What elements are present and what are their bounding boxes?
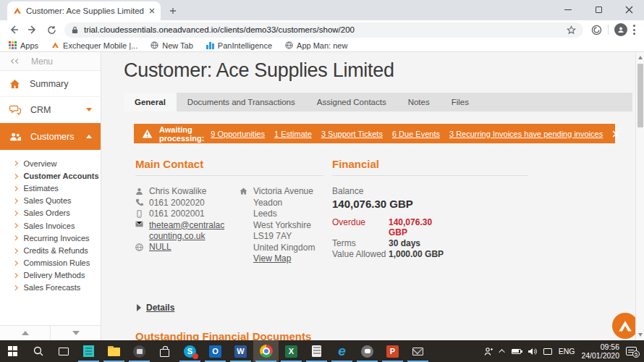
taskbar-word[interactable] [228, 340, 253, 362]
taskbar-calculator[interactable] [304, 340, 329, 362]
task-view-button[interactable] [51, 340, 76, 362]
window-restore-button[interactable] [583, 0, 614, 20]
globe-icon [151, 41, 158, 49]
taskbar-chat-app[interactable] [355, 340, 380, 362]
search-button[interactable] [25, 340, 51, 362]
alert-link-opportunities[interactable]: 9 Opportunities [211, 130, 265, 138]
details-expander[interactable]: Details [137, 303, 644, 313]
advanced-assistant-button[interactable] [612, 313, 638, 339]
bookmark-panintelligence[interactable]: PanIntelligence [206, 41, 272, 50]
sidebar-scroll-up-button[interactable] [0, 326, 51, 340]
alert-link-support-tickets[interactable]: 3 Support Tickets [321, 130, 383, 138]
page-scrollbar[interactable] [635, 52, 644, 340]
sidebar-subitem-estimates[interactable]: Estimates [0, 182, 101, 194]
address-line: Victoria Avenue [253, 186, 315, 197]
bookmark-new-tab[interactable]: New Tab [151, 41, 193, 50]
sidebar-subitem-sales-orders[interactable]: Sales Orders [0, 207, 101, 219]
subitem-label: Customer Accounts [24, 172, 99, 180]
sidebar-item-label: Summary [30, 79, 68, 89]
taskbar-photos[interactable] [127, 340, 152, 362]
page-title: Customer: Ace Supplies Limited [124, 59, 644, 82]
chevron-right-icon [13, 285, 17, 290]
chat-app-icon [361, 345, 373, 358]
sidebar-collapse-header[interactable]: Menu [0, 52, 101, 71]
address-line: United Kingdom [253, 243, 315, 253]
tab-assigned-contacts[interactable]: Assigned Contacts [306, 93, 397, 111]
scroll-up-icon[interactable] [638, 56, 643, 59]
browser-tab[interactable]: Customer: Ace Supplies Limited [7, 1, 161, 20]
contact-email-link[interactable]: theteam@centralaccounting.co.uk [149, 220, 228, 242]
sidebar-subitem-delivery-methods[interactable]: Delivery Methods [0, 269, 101, 282]
bookmark-apps[interactable]: Apps [9, 41, 38, 50]
volume-icon[interactable] [528, 348, 537, 355]
tab-documents-transactions[interactable]: Documents and Transactions [177, 93, 306, 111]
forward-button[interactable] [23, 21, 42, 38]
bookmark-exchequer[interactable]: Exchequer Mobile |... [51, 41, 137, 50]
sidebar-subitem-sales-forecasts[interactable]: Sales Forecasts [0, 282, 101, 294]
start-button[interactable] [0, 340, 25, 362]
taskbar-clock[interactable]: 09:56 24/01/2020 [581, 342, 619, 360]
sidebar-item-crm[interactable]: CRM [0, 97, 101, 123]
taskbar-edge[interactable] [329, 340, 355, 362]
detail-sections: Main Contact Chris Kowalike [135, 158, 644, 264]
back-button[interactable] [4, 21, 23, 38]
reload-button[interactable] [42, 21, 61, 38]
excel-icon [285, 345, 297, 358]
sidebar-subitem-commission-rules[interactable]: Commission Rules [0, 257, 101, 269]
skype-icon [184, 345, 196, 358]
sidebar-subitem-customer-accounts[interactable]: Customer Accounts [0, 169, 101, 182]
scrollbar-thumb[interactable] [637, 64, 643, 127]
taskbar-skype[interactable] [177, 340, 203, 362]
taskbar-excel[interactable] [279, 340, 304, 362]
bookmark-star-icon[interactable] [567, 25, 576, 35]
network-icon[interactable] [543, 348, 552, 355]
address-bar[interactable]: trial.cloudessentials.oneadvanced.io/cli… [64, 22, 583, 38]
alert-link-recurring-invoices[interactable]: 3 Recurring Invoices have pending invoic… [449, 130, 603, 138]
alert-link-due-events[interactable]: 6 Due Events [392, 130, 440, 138]
tab-general[interactable]: General [124, 93, 177, 111]
language-indicator[interactable]: ENG [559, 347, 575, 355]
contact-mobile: 0161 2002001 [149, 209, 205, 219]
sidebar-item-customers[interactable]: Customers [0, 123, 101, 150]
sidebar-subitem-overview[interactable]: Overview [0, 157, 101, 169]
alert-close-icon[interactable] [612, 130, 619, 138]
chevron-right-icon [13, 261, 17, 265]
tab-files[interactable]: Files [441, 93, 480, 111]
sidebar-subitem-sales-invoices[interactable]: Sales Invoices [0, 219, 101, 232]
people-icon[interactable] [484, 347, 494, 356]
taskbar-powerpoint[interactable] [380, 340, 405, 362]
tray-overflow-icon[interactable] [499, 349, 504, 355]
sidebar-scroll-down-button[interactable] [51, 326, 101, 340]
new-tab-button[interactable] [164, 4, 182, 18]
sidebar-subitem-recurring-invoices[interactable]: Recurring Invoices [0, 232, 101, 244]
battery-icon[interactable] [512, 349, 521, 354]
taskbar-outlook[interactable] [203, 340, 228, 362]
browser-menu-icon[interactable] [633, 25, 635, 35]
warning-icon [142, 129, 153, 138]
notification-dot [192, 353, 198, 359]
taskbar-file-explorer[interactable] [101, 340, 127, 362]
taskbar-mail[interactable] [405, 340, 431, 362]
sidebar-scroll-controls [0, 325, 101, 340]
tab-label: Assigned Contacts [317, 98, 386, 106]
profile-avatar-icon[interactable] [614, 23, 627, 36]
sidebar-subitem-credits-refunds[interactable]: Credits & Refunds [0, 244, 101, 256]
action-center-icon[interactable]: 5 [626, 347, 637, 355]
taskbar-chrome[interactable] [253, 340, 279, 362]
taskbar-store[interactable] [152, 340, 177, 362]
sidebar-subitem-sales-quotes[interactable]: Sales Quotes [0, 195, 101, 207]
extension-icon[interactable] [591, 25, 602, 35]
sidebar-item-summary[interactable]: Summary [0, 71, 101, 97]
taskbar-app-erp[interactable] [76, 340, 101, 362]
tab-notes[interactable]: Notes [397, 93, 441, 111]
tab-close-icon[interactable] [149, 8, 155, 14]
toolbar-right [587, 23, 640, 36]
contact-website-link[interactable]: NULL [149, 242, 171, 253]
bookmark-app-man[interactable]: App Man: new [285, 41, 347, 50]
mail-icon [412, 348, 423, 355]
scroll-down-icon[interactable] [638, 333, 643, 337]
window-close-button[interactable] [614, 0, 644, 20]
alert-link-estimate[interactable]: 1 Estimate [274, 130, 312, 138]
window-minimize-button[interactable] [553, 0, 583, 20]
view-map-link[interactable]: View Map [253, 253, 291, 264]
